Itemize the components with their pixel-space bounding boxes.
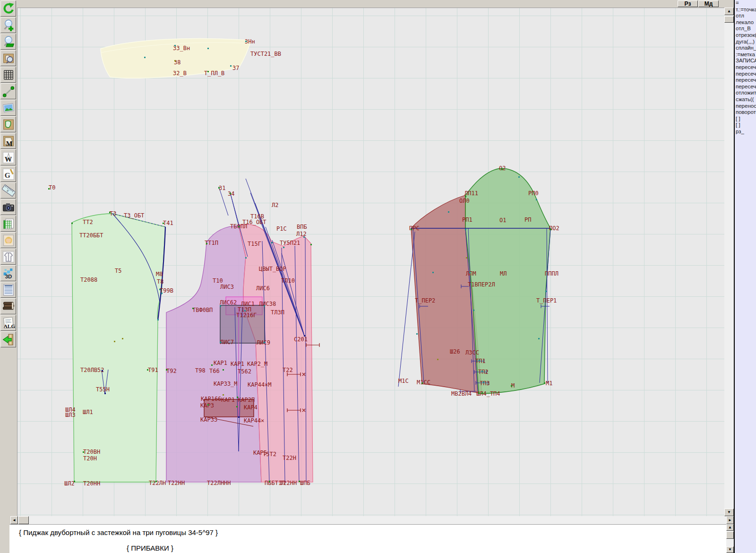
command-item[interactable]: пересеч — [735, 64, 756, 71]
books-icon — [2, 300, 15, 313]
command-item[interactable]: [ ] — [735, 122, 756, 129]
command-item[interactable]: сплайн_ — [735, 45, 756, 52]
command-item[interactable]: перенос — [735, 103, 756, 110]
md-mode-button[interactable]: Мд — [698, 0, 719, 7]
pattern-label: КАР166 — [201, 396, 221, 402]
hscroll-thumb[interactable] — [18, 516, 29, 524]
command-item[interactable]: пересеч — [735, 71, 756, 78]
pattern-label: Т92 — [166, 368, 177, 374]
pattern-label: М8 — [156, 271, 163, 277]
point-marker — [238, 226, 240, 227]
drawing-canvas[interactable]: ЗНнЗ3_ВнТУСТ21_ВВЗ8З2_ВТ_ПЛ_В37Т0Т3Т3_ОБ… — [17, 8, 724, 516]
vscroll-thumb[interactable] — [724, 16, 734, 23]
command-item[interactable]: пересеч — [735, 84, 756, 90]
scroll-right-button[interactable]: ► — [726, 516, 734, 524]
pattern-label: МЛ — [500, 271, 507, 276]
pattern-label: Т22ЛН — [149, 480, 166, 486]
svg-text:ALG: ALG — [3, 323, 15, 328]
pattern-label: Т55Н — [96, 387, 110, 392]
photo-icon-button[interactable] — [0, 232, 16, 248]
text-scroll-down-button[interactable]: ▼ — [726, 546, 734, 553]
drafting-g-icon-button[interactable]: G — [0, 166, 16, 182]
command-item[interactable]: т.:=точка — [735, 7, 756, 13]
point-marker — [109, 212, 111, 213]
garment-icon-button[interactable] — [0, 249, 16, 265]
piece-m-icon-button[interactable]: M — [0, 133, 16, 149]
piece-icon-button[interactable] — [0, 116, 16, 132]
pattern-label: ТЛ10 — [281, 278, 295, 284]
camera-icon-button[interactable] — [0, 199, 16, 215]
point-marker — [220, 305, 221, 307]
text-scroll-up-button[interactable]: ▲ — [726, 524, 734, 531]
alg-icon-button[interactable]: ALG — [0, 315, 16, 331]
cad-application-window: MWG83DALG Рз Мд — [0, 0, 756, 553]
3d-icon-button[interactable]: 3D — [0, 265, 16, 281]
pattern-label: Т15Г — [248, 241, 261, 247]
pattern-label: КАР44×М — [248, 382, 272, 388]
point-marker — [536, 199, 537, 200]
text-vscrollbar[interactable]: ▲ ▼ — [726, 524, 734, 553]
command-item[interactable]: пересеч — [735, 77, 756, 84]
command-item[interactable]: отрезок( — [735, 32, 756, 39]
point-marker — [155, 481, 157, 482]
command-item[interactable]: :=метка — [735, 52, 756, 58]
refresh-icon-button[interactable] — [0, 0, 16, 17]
point-marker — [147, 369, 148, 371]
exit-icon-button[interactable] — [0, 331, 16, 347]
command-item[interactable]: ЗАПИСА — [735, 58, 756, 64]
scroll-up-button[interactable]: ▲ — [724, 8, 734, 15]
books-icon-button[interactable] — [0, 298, 16, 314]
pattern-label: КАР2П — [238, 397, 255, 403]
list-icon-button[interactable] — [0, 282, 16, 298]
command-item[interactable]: = — [735, 0, 756, 7]
point-marker — [237, 397, 238, 398]
pattern-label: РП1 — [462, 217, 472, 223]
command-item[interactable]: отложит — [735, 90, 756, 96]
command-item[interactable]: поворот — [735, 109, 756, 116]
point-marker — [478, 392, 480, 394]
command-item[interactable]: [ ] — [735, 116, 756, 122]
drafting-w-icon-button[interactable]: W — [0, 149, 16, 165]
algorithm-text-area[interactable]: { Пиджак двубортный с застежкой на три п… — [9, 524, 726, 553]
pattern-label: Т22Н — [283, 455, 296, 461]
view-piece-icon-button[interactable] — [0, 50, 16, 66]
table-icon — [2, 217, 15, 231]
scroll-left-button[interactable]: ◄ — [10, 516, 18, 524]
alg-icon: ALG — [2, 316, 15, 330]
pattern-label: Т2088 — [80, 277, 97, 283]
command-item[interactable]: сжать(( — [735, 96, 756, 103]
pattern-label: Т22ЛННН — [207, 480, 231, 486]
canvas-vscrollbar[interactable]: ▲ ▼ — [724, 8, 734, 516]
command-item[interactable]: рз_ — [735, 129, 756, 135]
command-item[interactable]: лекало — [735, 19, 756, 26]
canvas-hscrollbar[interactable]: ◄ ► — [10, 516, 734, 524]
ruler-icon-button[interactable]: 8 — [0, 182, 16, 199]
pattern-label: Т1ВПЕР2Л — [468, 282, 495, 287]
text-vscroll-thumb[interactable] — [726, 531, 734, 539]
pattern-label: ПППЛ — [545, 271, 558, 276]
scroll-down-button[interactable]: ▼ — [724, 509, 734, 516]
pattern-label: ПРС — [409, 225, 420, 231]
pattern-label: ШЛ1 — [83, 409, 93, 415]
zoom-out-icon-button[interactable] — [0, 34, 16, 50]
pattern-label: ЛИС3 — [220, 284, 234, 290]
point-marker — [223, 369, 224, 371]
point-marker — [437, 359, 438, 360]
grid-icon-button[interactable] — [0, 67, 16, 83]
command-item[interactable]: отл_В — [735, 26, 756, 32]
command-item[interactable]: дуга(,,,) — [735, 39, 756, 45]
command-item[interactable]: отл — [735, 13, 756, 19]
table-icon-button[interactable] — [0, 216, 16, 232]
pattern-label: Т20ЛВ52 — [80, 367, 104, 373]
image-icon-button[interactable] — [0, 100, 16, 116]
refresh-icon — [2, 2, 15, 16]
rz-mode-button[interactable]: Рз — [678, 0, 698, 7]
grid-icon — [2, 68, 15, 82]
zoom-in-icon-button[interactable] — [0, 17, 16, 33]
point-marker — [421, 382, 423, 384]
point-marker — [114, 341, 115, 342]
pattern-label: КАР1 — [231, 361, 244, 367]
pattern-label: Т0 — [49, 185, 55, 190]
measure-icon-button[interactable] — [0, 83, 16, 99]
point-marker — [466, 257, 467, 259]
